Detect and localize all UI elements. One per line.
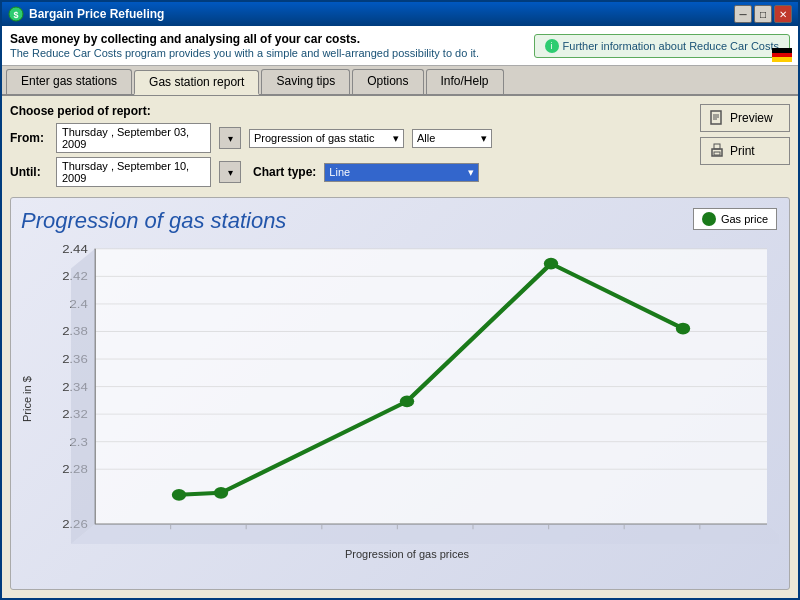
banner-line2: The Reduce Car Costs program provides yo… [10,47,479,59]
svg-marker-45 [71,524,779,544]
until-date-field[interactable]: Thursday , September 10, 2009 [56,157,211,187]
chart-plot: 2.44 2.42 2.4 2.38 2.36 2.34 2.32 2.3 2.… [35,239,779,544]
window-title: Bargain Price Refueling [29,7,734,21]
chart-svg: 2.44 2.42 2.4 2.38 2.36 2.34 2.32 2.3 2.… [35,239,779,544]
banner-line1: Save money by collecting and analysing a… [10,32,360,46]
preview-label: Preview [730,111,773,125]
main-content: Choose period of report: From: Thursday … [2,96,798,598]
print-icon [709,143,725,159]
info-icon: i [545,39,559,53]
tab-bar: Enter gas stations Gas station report Sa… [2,66,798,96]
from-label: From: [10,131,48,145]
legend-label: Gas price [721,213,768,225]
main-window: $ Bargain Price Refueling ─ □ ✕ Save mon… [0,0,800,600]
banner-text: Save money by collecting and analysing a… [10,32,479,59]
until-row: Until: Thursday , September 10, 2009 ▾ C… [10,157,690,187]
from-row: From: Thursday , September 03, 2009 ▾ Pr… [10,123,690,153]
progression-dropdown[interactable]: Progression of gas static ▾ [249,129,404,148]
tab-options[interactable]: Options [352,69,423,94]
controls-left: Choose period of report: From: Thursday … [10,104,690,191]
close-button[interactable]: ✕ [774,5,792,23]
svg-point-41 [214,487,228,499]
controls-right: Preview Print [700,104,790,165]
legend-dot [702,212,716,226]
until-label: Until: [10,165,48,179]
further-info-button[interactable]: i Further information about Reduce Car C… [534,34,790,58]
svg-marker-46 [71,249,95,544]
tab-info-help[interactable]: Info/Help [426,69,504,94]
svg-point-43 [544,258,558,270]
chart-container: Price in $ [21,239,779,560]
chart-legend: Gas price [693,208,777,230]
svg-rect-8 [714,152,720,155]
chart-type-dropdown[interactable]: Line ▾ [324,163,479,182]
controls-area: Choose period of report: From: Thursday … [10,104,790,191]
svg-point-42 [400,395,414,407]
preview-button[interactable]: Preview [700,104,790,132]
print-button[interactable]: Print [700,137,790,165]
chart-title: Progression of gas stations [21,208,779,234]
until-date-picker-button[interactable]: ▾ [219,161,241,183]
maximize-button[interactable]: □ [754,5,772,23]
chart-inner: 2.44 2.42 2.4 2.38 2.36 2.34 2.32 2.3 2.… [35,239,779,560]
from-date-picker-button[interactable]: ▾ [219,127,241,149]
svg-text:2.44: 2.44 [62,243,88,256]
alle-dropdown[interactable]: Alle ▾ [412,129,492,148]
tab-enter-gas-stations[interactable]: Enter gas stations [6,69,132,94]
preview-icon [709,110,725,126]
svg-text:$: $ [13,10,18,20]
tab-gas-station-report[interactable]: Gas station report [134,70,259,95]
window-controls: ─ □ ✕ [734,5,792,23]
period-label: Choose period of report: [10,104,690,118]
x-axis-label: Progression of gas prices [35,548,779,560]
title-bar: $ Bargain Price Refueling ─ □ ✕ [2,2,798,26]
svg-point-40 [172,489,186,501]
svg-point-44 [676,323,690,335]
top-banner: Save money by collecting and analysing a… [2,26,798,66]
y-axis-label: Price in $ [21,239,33,560]
tab-saving-tips[interactable]: Saving tips [261,69,350,94]
print-label: Print [730,144,755,158]
chart-area: Progression of gas stations Gas price Pr… [10,197,790,590]
flag-icon [772,48,792,62]
app-icon: $ [8,6,24,22]
chart-type-label: Chart type: [253,165,316,179]
from-date-field[interactable]: Thursday , September 03, 2009 [56,123,211,153]
minimize-button[interactable]: ─ [734,5,752,23]
